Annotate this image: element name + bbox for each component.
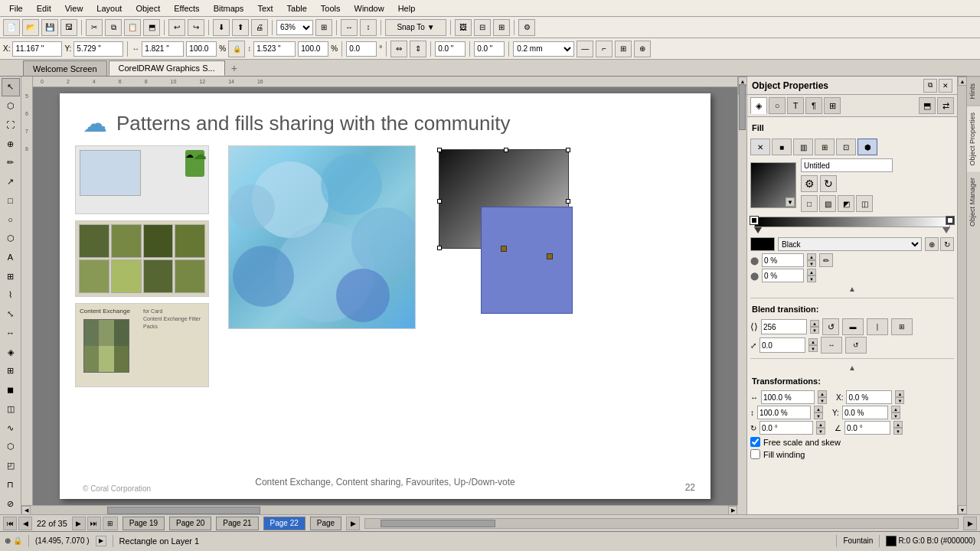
page-tab-more[interactable]: Page [310,517,341,530]
blend-dist-input[interactable] [760,337,805,353]
width-pct-input[interactable] [186,41,217,57]
scroll-thumb[interactable] [739,84,746,130]
character-tab-button[interactable]: T [787,97,804,114]
menu-view[interactable]: View [59,2,90,15]
outline-combo[interactable]: 0.2 mm [513,41,574,57]
prev-page-button[interactable]: ◀ [18,517,32,530]
fill-tab-button[interactable]: ◈ [750,97,767,114]
handle-tl[interactable] [437,148,442,152]
envelope-tool[interactable]: ⊓ [2,475,20,494]
smart-draw-tool[interactable]: ↗ [2,173,20,191]
first-page-button[interactable]: ⏮ [3,517,17,530]
h-scroll-track[interactable] [365,519,958,528]
tab-welcome[interactable]: Welcome Screen [23,60,107,76]
save-button[interactable]: 💾 [41,19,58,36]
export-button[interactable]: ⬆ [232,19,249,36]
zoom-tool[interactable]: ⊕ [2,135,20,153]
angle2-input[interactable] [435,41,466,57]
blend-reset2-button[interactable]: ↺ [845,337,867,354]
tx-down[interactable]: ▼ [895,397,904,404]
h-scroll-thumb[interactable] [381,520,495,527]
corner-button[interactable]: ⌐ [596,41,612,57]
th-up[interactable]: ▲ [814,406,823,412]
import-button[interactable]: ⬇ [213,19,230,36]
height-pct-input[interactable] [298,41,328,57]
paste-special-button[interactable]: ⬒ [143,19,160,36]
color-dropper[interactable]: ⊘ [2,494,20,513]
side-tab-hints[interactable]: Hints [967,77,980,106]
nudge-button[interactable]: ▶ [96,536,106,546]
blend-spinbox-down[interactable]: ▼ [810,327,819,334]
options-button[interactable]: ⚙ [518,19,535,36]
no-fill-button[interactable]: ✕ [750,139,770,155]
th-down[interactable]: ▼ [814,412,823,419]
node-tool[interactable]: ⬡ [2,97,20,116]
transform-rot-input[interactable] [760,421,813,435]
save-all-button[interactable]: 🖫 [60,19,77,36]
gradient-load-button[interactable]: ↻ [820,175,837,192]
mirror-h-button[interactable]: ↔ [341,19,358,36]
canvas-h-scrollbar[interactable] [364,518,959,529]
menu-file[interactable]: File [3,2,29,15]
menu-layout[interactable]: Layout [90,2,128,15]
page-tab-21[interactable]: Page 21 [216,517,258,530]
next-page-button[interactable]: ▶ [72,517,86,530]
fill-winding-checkbox[interactable] [750,449,760,459]
connector-tool[interactable]: ⤡ [2,305,20,324]
color-copy-button[interactable]: ↻ [940,237,954,251]
gradient-handle-1[interactable] [501,246,507,252]
dimension-tool[interactable]: ↔ [2,324,20,343]
drop-shadow-tool[interactable]: ◰ [2,457,20,475]
crop-tool[interactable]: ⛶ [2,116,20,134]
linear-fill-button[interactable]: ▥ [793,139,813,155]
x-input[interactable] [12,41,62,57]
rectangle-tool[interactable]: □ [2,191,20,210]
more-tab-button[interactable]: ⊞ [824,97,841,114]
height-input[interactable] [253,41,296,57]
menu-text[interactable]: Text [251,2,279,15]
transform-h-input[interactable] [757,406,811,419]
page-tab-22[interactable]: Page 22 [263,517,305,530]
snap-dropdown[interactable]: Snap To ▼ [385,19,446,36]
copy-button[interactable]: ⧉ [105,19,122,36]
h-scroll-track[interactable] [31,506,728,514]
color-swatch-1[interactable] [750,237,775,251]
pct-input-1[interactable] [762,253,804,267]
orient-square-2[interactable]: ▧ [819,195,836,212]
expand-arrow[interactable]: ▲ [750,285,954,293]
gradient-stop-right[interactable] [946,217,954,224]
open-button[interactable]: 📂 [22,19,39,36]
gradient-name-input[interactable] [801,158,893,172]
menu-tools[interactable]: Tools [315,2,347,15]
add-tab-button[interactable]: + [227,60,242,76]
tr-down[interactable]: ▼ [816,428,825,435]
handle-tr[interactable] [566,148,570,152]
width-input[interactable] [142,41,184,57]
angle-input[interactable] [346,41,377,57]
spinbox-up-1[interactable]: ▲ [807,253,816,260]
scroll-right-button[interactable]: ▶ [728,506,737,514]
tw-up[interactable]: ▲ [818,390,827,397]
side-tab-object-manager[interactable]: Object Manager [967,171,980,233]
free-scale-checkbox[interactable] [750,437,760,447]
vertical-scrollbar[interactable]: ▲ ▼ [737,77,746,505]
spinbox-down-2[interactable]: ▼ [807,276,816,282]
blend-reset-button[interactable]: ↺ [822,318,839,335]
midpoint-button[interactable]: ✏ [819,253,833,267]
gradient-options-button[interactable]: ▼ [786,197,795,207]
panel-undock-button[interactable]: ⧉ [923,79,937,93]
ta2-up[interactable]: ▲ [893,421,903,428]
menu-edit[interactable]: Edit [31,2,57,15]
menu-table[interactable]: Table [281,2,313,15]
tw-down[interactable]: ▼ [818,397,827,404]
orient-square-1[interactable]: □ [801,195,818,212]
tr-up[interactable]: ▲ [816,421,825,428]
pattern-fill-button[interactable]: ⊡ [836,139,856,155]
panel-scroll-track[interactable] [958,86,966,505]
publish-button[interactable]: 🖨 [251,19,268,36]
scroll-nav-button[interactable]: ▶ [963,517,977,530]
orient-square-4[interactable]: ◫ [856,195,873,212]
freehand-tool[interactable]: ✏ [2,154,20,172]
select-tool[interactable]: ↖ [2,78,20,96]
scroll-left-button[interactable]: ◀ [21,506,31,514]
